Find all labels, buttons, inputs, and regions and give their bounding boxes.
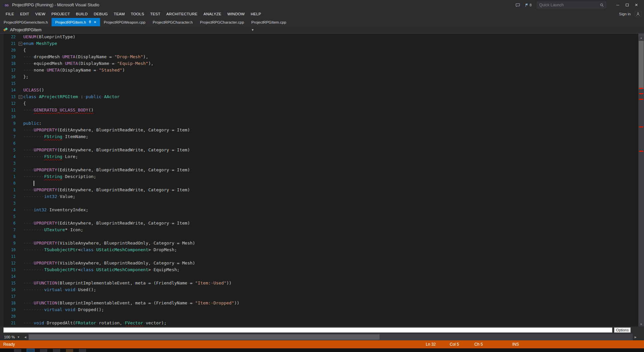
menu-architecture[interactable]: ARCHITECTURE [163,12,201,16]
scroll-right-icon[interactable]: ▶ [633,336,638,339]
taskbar-icon[interactable] [40,349,47,352]
code-line[interactable]: 10 [0,113,638,120]
menu-analyze[interactable]: ANALYZE [201,12,225,16]
code-text [23,293,638,300]
code-line[interactable]: 7········FString·ItemName; [0,133,638,140]
fold-collapse-icon[interactable]: − [19,42,22,46]
notifications-flag[interactable]: 8 [525,3,532,7]
menu-debug[interactable]: DEBUG [91,12,111,16]
fold-collapse-icon[interactable]: − [19,95,22,99]
close-button[interactable]: ✕ [632,2,641,8]
maximize-button[interactable] [623,2,631,8]
code-line[interactable]: 6····UPROPERTY(EditAnywhere,·BlueprintRe… [0,220,638,227]
code-line[interactable]: 1········FString·Description; [0,173,638,180]
menu-team[interactable]: TEAM [111,12,128,16]
code-line[interactable]: 21−enum·MeshType [0,40,638,47]
code-line[interactable]: 10········TSubobjectPtr<class·UStaticMes… [0,247,638,253]
code-line[interactable]: 3 [0,160,638,167]
code-line[interactable]: 18····equipedMesh·UMETA(DisplayName·=·"E… [0,60,638,67]
code-line[interactable]: 6 [0,140,638,147]
code-line[interactable]: 12{ [0,100,638,107]
tab-projectrpggenericitem-h[interactable]: ProjectRPGGenericItem.h [0,18,52,26]
scroll-up-icon[interactable]: ▲ [638,35,644,40]
code-line[interactable]: 16}; [0,74,638,80]
close-tab-icon[interactable]: ✕ [94,20,96,24]
code-line[interactable]: 11 [0,253,638,260]
code-line[interactable]: 22UENUM(BlueprintType) [0,34,638,40]
code-line[interactable]: 1····UPROPERTY(EditAnywhere,·BlueprintRe… [0,187,638,193]
taskbar-icon[interactable] [14,349,21,352]
code-line[interactable]: 13········TSubobjectPtr<class·UStaticMes… [0,266,638,273]
quick-launch-input[interactable]: Quick Launch [537,2,606,8]
code-line[interactable]: 12····UPROPERTY(VisibleAnywhere,·Bluepri… [0,260,638,266]
menu-view[interactable]: VIEW [32,12,49,16]
menu-help[interactable]: HELP [248,12,264,16]
code-line[interactable]: 5 [0,213,638,220]
sign-in-link[interactable]: Sign in [619,12,635,16]
tab-projectrpgcharacter-cpp[interactable]: ProjectRPGCharacter.cpp [196,18,247,26]
menu-window[interactable]: WINDOW [224,12,247,16]
code-line[interactable]: 13−class·AProjectRPGItem·:·public·AActor [0,93,638,100]
zoom-control[interactable]: 100 % ▼ [0,335,23,339]
menu-test[interactable]: TEST [147,12,164,16]
tab-projectrpgweapon-cpp[interactable]: ProjectRPGWeapon.cpp [100,18,149,26]
feedback-icon[interactable] [516,3,520,7]
code-line[interactable]: 15 [0,80,638,87]
code-line[interactable]: 16········virtual·void·Used(); [0,286,638,293]
code-line[interactable]: 11····GENERATED_UCLASS_BODY() [0,107,638,113]
code-line[interactable]: 4········FString·Lore; [0,153,638,160]
menu-file[interactable]: FILE [3,12,17,16]
bottom-input-bar: Options [0,326,644,334]
horizontal-scrollbar[interactable] [28,334,633,340]
code-line[interactable]: 5····UPROPERTY(EditAnywhere,·BlueprintRe… [0,147,638,153]
line-number: 7 [3,227,17,233]
code-line[interactable]: 19········virtual·void·Dropped(); [0,306,638,313]
tab-projectrpgitem-h[interactable]: ProjectRPGItem.h✕ [52,18,100,26]
minimize-button[interactable]: ─ [613,2,622,8]
code-line[interactable]: 19····dropedMesh·UMETA(DisplayName·=·"Dr… [0,54,638,60]
taskbar-icon[interactable] [27,349,34,352]
code-line[interactable]: 9····UPROPERTY(VisibleAnywhere,·Blueprin… [0,240,638,247]
code-line[interactable]: 20{ [0,47,638,54]
code-token: ········ [23,247,44,252]
code-area[interactable]: 22UENUM(BlueprintType)21−enum·MeshType20… [0,34,638,326]
code-line[interactable]: 17····none·UMETA(DisplayName·=·"Stashed"… [0,67,638,74]
scrollbar-thumb[interactable] [639,41,644,89]
code-token: ···· [23,107,34,112]
code-line[interactable]: 9public: [0,120,638,127]
bottom-input-field[interactable] [3,327,612,333]
taskbar-icon[interactable] [79,349,86,352]
scroll-left-icon[interactable]: ◀ [23,336,28,339]
horizontal-scrollbar-thumb[interactable] [29,334,380,340]
taskbar-icon[interactable] [66,349,73,352]
menu-project[interactable]: PROJECT [49,12,73,16]
code-line[interactable]: 21····void·DroppedAlt(FRotator·rotation,… [0,320,638,326]
menu-edit[interactable]: EDIT [17,12,32,16]
tab-projectrpgcharacter-h[interactable]: ProjectRPGCharacter.h [149,18,196,26]
menu-build[interactable]: BUILD [73,12,90,16]
code-line[interactable]: 14 [0,273,638,280]
code-line[interactable]: 20 [0,313,638,320]
vertical-scrollbar[interactable]: ▲ ▼ [638,34,644,326]
user-avatar[interactable] [635,11,641,17]
code-line[interactable]: 8····UPROPERTY(EditAnywhere,·BlueprintRe… [0,127,638,133]
code-line[interactable]: 17 [0,293,638,300]
scope-dropdown[interactable]: AProjectRPGItem ▼ [0,26,257,33]
pin-icon[interactable] [88,20,91,24]
code-line[interactable]: 2········int32·Value; [0,193,638,200]
code-line[interactable]: 18····UFUNCTION(BlueprintImplementableEv… [0,300,638,306]
taskbar-icon[interactable] [53,349,60,352]
code-line[interactable]: 8 [0,233,638,240]
code-token: AProjectRPGItem [39,94,78,99]
code-line[interactable]: 14UCLASS() [0,87,638,93]
code-line[interactable]: 2····UPROPERTY(EditAnywhere,·BlueprintRe… [0,167,638,173]
code-line[interactable]: 0 [0,180,638,187]
code-line[interactable]: 3 [0,200,638,207]
menu-tools[interactable]: TOOLS [128,12,147,16]
code-line[interactable]: 15····UFUNCTION(BlueprintImplementableEv… [0,280,638,286]
options-button[interactable]: Options [614,327,631,333]
tab-projectrpgitem-cpp[interactable]: ProjectRPGItem.cpp [248,18,290,26]
scroll-down-icon[interactable]: ▼ [638,322,644,326]
code-line[interactable]: 4····int32·InventoryIndex; [0,207,638,213]
code-line[interactable]: 7········UTexture*·Icon; [0,227,638,233]
